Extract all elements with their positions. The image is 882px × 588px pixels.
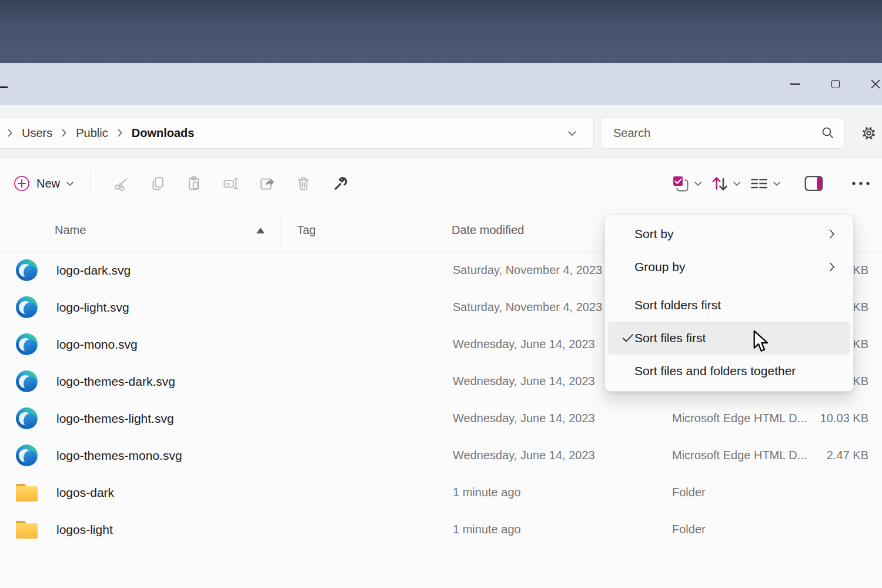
file-row[interactable]: logo-themes-mono.svg Wednesday, June 14,… <box>0 437 882 474</box>
select-all-button[interactable] <box>670 173 702 193</box>
details-pane-icon <box>803 174 824 193</box>
tools-button[interactable] <box>322 167 358 200</box>
breadcrumb-item-downloads[interactable]: Downloads <box>128 124 198 142</box>
folder-icon <box>16 484 38 502</box>
menu-item-sort-folders-first[interactable]: Sort folders first <box>608 289 850 322</box>
address-bar[interactable]: Users Public Downloads <box>0 117 594 149</box>
column-header-tag[interactable]: Tag <box>280 213 435 248</box>
wrench-icon <box>330 174 349 193</box>
view-button[interactable] <box>749 175 781 192</box>
paste-button[interactable] <box>176 167 212 200</box>
submenu-chevron-icon <box>829 262 850 272</box>
delete-button[interactable] <box>285 167 322 200</box>
column-header-name[interactable]: Name <box>0 213 280 248</box>
new-button[interactable]: New <box>7 170 82 197</box>
select-all-icon <box>670 173 690 193</box>
navigation-bar: Users Public Downloads <box>0 105 882 158</box>
column-header-date-label: Date modified <box>452 223 524 237</box>
file-type: Microsoft Edge HTML D... <box>654 412 810 425</box>
trash-icon <box>295 175 312 192</box>
more-options-button[interactable] <box>850 180 871 187</box>
folder-row[interactable]: logos-dark 1 minute ago Folder <box>0 474 882 511</box>
chevron-down-icon[interactable] <box>694 178 702 189</box>
folder-name: logos-dark <box>56 486 280 500</box>
file-name: logo-mono.svg <box>56 338 280 352</box>
menu-item-sort-by[interactable]: Sort by <box>608 218 850 250</box>
toolbar-divider <box>91 170 91 197</box>
chevron-right-icon <box>118 129 122 137</box>
file-row[interactable]: logo-themes-light.svg Wednesday, June 14… <box>0 400 882 437</box>
command-toolbar: New <box>0 158 882 209</box>
maximize-button[interactable] <box>822 63 849 105</box>
gear-icon <box>861 125 877 141</box>
chevron-down-icon <box>66 181 74 186</box>
menu-separator <box>605 286 853 286</box>
file-name: logo-themes-mono.svg <box>56 449 280 463</box>
chevron-down-icon[interactable] <box>773 178 781 189</box>
checkmark-icon <box>622 333 634 343</box>
mouse-cursor <box>753 330 773 356</box>
toolbar-right-group <box>670 173 876 193</box>
menu-item-group-by[interactable]: Group by <box>608 250 850 283</box>
edge-logo-icon <box>16 407 38 429</box>
copy-button[interactable] <box>139 167 176 200</box>
edge-logo-icon <box>16 445 38 466</box>
file-size: 2.47 KB <box>810 449 882 462</box>
copy-icon <box>149 175 166 192</box>
file-name: logo-themes-dark.svg <box>56 375 280 389</box>
new-button-label: New <box>36 177 60 191</box>
folder-date: 1 minute ago <box>435 486 654 499</box>
edge-logo-icon <box>16 370 38 392</box>
ellipsis-icon <box>850 180 871 187</box>
folder-name: logos-light <box>56 523 280 537</box>
chevron-down-icon[interactable] <box>733 178 741 189</box>
details-pane-button[interactable] <box>803 174 824 193</box>
chevron-right-icon <box>8 129 12 137</box>
edge-logo-icon <box>16 296 38 318</box>
folder-date: 1 minute ago <box>435 523 654 536</box>
folder-icon <box>16 521 38 539</box>
breadcrumb-item-public[interactable]: Public <box>72 124 111 142</box>
sort-button[interactable] <box>710 174 741 193</box>
file-name: logo-light.svg <box>56 300 280 315</box>
file-name: logo-themes-light.svg <box>56 412 280 426</box>
scissors-icon <box>112 175 130 192</box>
search-box[interactable] <box>601 117 845 149</box>
sort-icon <box>710 174 729 193</box>
minimize-button[interactable] <box>781 63 808 105</box>
rename-icon <box>222 175 239 192</box>
file-explorer-window: Users Public Downloads <box>0 0 882 588</box>
close-button[interactable] <box>862 63 882 105</box>
file-date: Wednesday, June 14, 2023 <box>435 449 654 462</box>
share-icon <box>258 175 276 192</box>
chevron-down-icon <box>567 129 577 138</box>
menu-item-label: Group by <box>634 260 829 274</box>
submenu-chevron-icon <box>829 229 850 239</box>
menu-item-sort-files-first[interactable]: Sort files first <box>608 322 850 355</box>
column-header-name-label: Name <box>55 223 86 237</box>
titlebar-left-fragment <box>0 86 8 88</box>
edge-logo-icon <box>16 259 38 281</box>
address-dropdown-button[interactable] <box>567 129 577 141</box>
rename-button[interactable] <box>212 167 249 200</box>
chevron-right-icon <box>62 129 66 137</box>
plus-circle-icon <box>13 175 31 192</box>
settings-button[interactable] <box>861 125 877 143</box>
search-input[interactable] <box>613 126 821 140</box>
desktop-background <box>0 0 882 63</box>
menu-item-label: Sort files first <box>634 331 850 345</box>
menu-item-label: Sort files and folders together <box>634 364 850 378</box>
menu-item-sort-files-and-folders-together[interactable]: Sort files and folders together <box>608 355 850 387</box>
breadcrumb-item-users[interactable]: Users <box>18 124 56 142</box>
paste-icon <box>185 175 203 192</box>
cut-button[interactable] <box>103 167 139 200</box>
folder-row[interactable]: logos-light 1 minute ago Folder <box>0 511 882 548</box>
file-size: 10.03 KB <box>810 412 882 425</box>
edge-logo-icon <box>16 333 38 355</box>
file-date: Wednesday, June 14, 2023 <box>435 412 654 425</box>
search-icon[interactable] <box>821 126 835 140</box>
file-name: logo-dark.svg <box>56 263 280 278</box>
share-button[interactable] <box>249 167 285 200</box>
view-list-icon <box>749 175 769 192</box>
minimize-icon <box>790 83 800 85</box>
